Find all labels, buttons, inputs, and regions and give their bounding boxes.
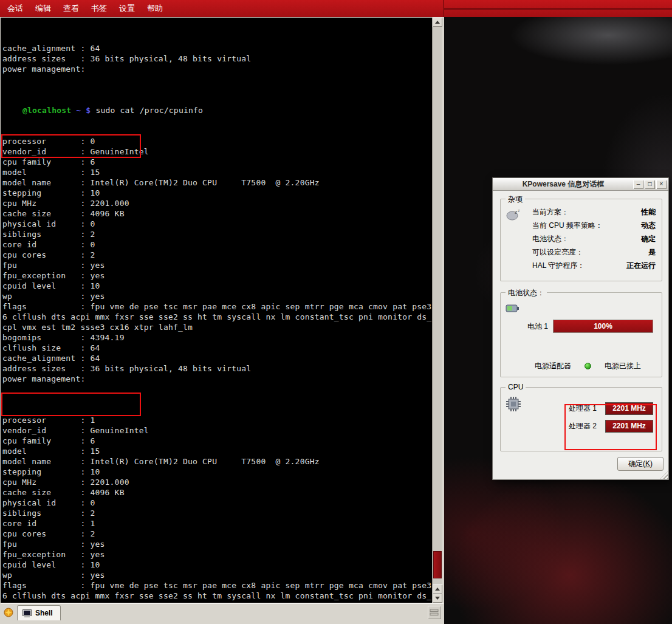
terminal-line xyxy=(2,384,431,394)
terminal-line: vendor_id : GenuineIntel xyxy=(2,425,431,436)
command-text: sudo cat /proc/cpuinfo xyxy=(95,106,203,115)
terminal-prompt-line: @localhost ~ $ sudo cat /proc/cpuinfo xyxy=(2,105,431,115)
terminal-line: siblings : 2 xyxy=(2,508,431,518)
terminal-output: cache_alignment : 64address sizes : 36 b… xyxy=(2,22,431,603)
terminal-line: fpu_exception : yes xyxy=(2,549,431,560)
info-row-battery-state: 电池状态： 确定 xyxy=(532,232,656,245)
session-tab-shell[interactable]: Shell xyxy=(17,605,61,620)
info-label: 当前 CPU 频率策略： xyxy=(532,221,603,231)
terminal-line: processor : 0 xyxy=(2,136,431,146)
menu-edit[interactable]: 编辑 xyxy=(29,0,57,17)
scrollbar-up-button-bottom[interactable] xyxy=(433,585,442,594)
menu-view[interactable]: 查看 xyxy=(57,0,85,17)
session-list-button[interactable] xyxy=(428,606,441,619)
ac-adapter-status: 电源已接上 xyxy=(605,361,641,371)
info-label: 电池状态： xyxy=(532,234,569,244)
dialog-title: KPowersave 信息对话框 xyxy=(495,179,632,190)
prompt-path-sigil: ~ $ xyxy=(71,106,95,115)
terminal-line: physical id : 0 xyxy=(2,498,431,508)
terminal-window: cache_alignment : 64address sizes : 36 b… xyxy=(0,17,444,624)
terminal-line xyxy=(2,74,431,84)
scrollbar-up-button[interactable] xyxy=(433,18,442,27)
terminal-line: fpu_exception : yes xyxy=(2,270,431,281)
scrollbar-down-button[interactable] xyxy=(433,594,442,603)
terminal-line: cpu MHz : 2201.000 xyxy=(2,198,431,208)
cpu1-label: 处理器 1 xyxy=(569,403,605,414)
cpu2-label: 处理器 2 xyxy=(569,421,605,431)
new-session-button[interactable] xyxy=(2,606,15,619)
suspend-icon: z z xyxy=(506,208,521,223)
terminal-line: model : 15 xyxy=(2,446,431,456)
ok-button[interactable]: 确定(K) xyxy=(617,457,663,471)
terminal-line: cpuid level : 10 xyxy=(2,560,431,570)
terminal-line: 6 clflush dts acpi mmx fxsr sse sse2 ss … xyxy=(2,591,431,601)
cpu-rows: 处理器 1 2201 MHz 处理器 2 2201 MHz xyxy=(569,401,653,436)
terminal-line: cpuid level : 10 xyxy=(2,281,431,291)
svg-text:z: z xyxy=(518,208,520,213)
terminal-line: wp : yes xyxy=(2,291,431,301)
terminal-line: flags : fpu vme de pse tsc msr pae mce c… xyxy=(2,580,431,591)
group-battery-legend: 电池状态： xyxy=(506,288,547,298)
info-row-cpu-policy: 当前 CPU 频率策略： 动态 xyxy=(532,219,656,232)
terminal-line: cache_alignment : 64 xyxy=(2,43,431,53)
menu-bookmarks[interactable]: 书签 xyxy=(85,0,113,17)
menu-help[interactable]: 帮助 xyxy=(141,0,169,17)
kpowersave-dialog: KPowersave 信息对话框 – □ × 杂项 z z 当前方案： 性能 当… xyxy=(492,177,669,480)
terminal-line: siblings : 2 xyxy=(2,229,431,239)
close-button[interactable]: × xyxy=(656,180,667,189)
info-label: 可以设定亮度： xyxy=(532,247,583,258)
terminal-line: cpu MHz : 2201.000 xyxy=(2,477,431,487)
cpu2-frequency: 2201 MHz xyxy=(612,422,646,430)
info-row-scheme: 当前方案： 性能 xyxy=(532,205,656,219)
maximize-button[interactable]: □ xyxy=(645,180,655,189)
group-cpu: CPU 处理器 1 2201 MHz 处理器 2 2201 MHz xyxy=(500,387,662,451)
battery-icon xyxy=(506,301,521,317)
terminal-line: stepping : 10 xyxy=(2,467,431,477)
terminal-line: physical id : 0 xyxy=(2,219,431,229)
scrollbar-thumb[interactable] xyxy=(433,551,442,578)
cpu1-frequency: 2201 MHz xyxy=(612,404,646,413)
info-row-hal-daemon: HAL 守护程序： 正在运行 xyxy=(532,259,656,272)
terminal-line: cpu cores : 2 xyxy=(2,250,431,260)
battery-progress-fill: 100% xyxy=(554,320,653,332)
terminal-line: cpu cores : 2 xyxy=(2,529,431,539)
terminal-line: address sizes : 36 bits physical, 48 bit… xyxy=(2,53,431,64)
terminal-line: cache size : 4096 KB xyxy=(2,208,431,219)
resize-grip[interactable] xyxy=(660,471,668,479)
menu-session[interactable]: 会话 xyxy=(1,0,29,17)
terminal-line: fpu : yes xyxy=(2,539,431,549)
terminal-line: 6 clflush dts acpi mmx fxsr sse sse2 ss … xyxy=(2,312,431,322)
cpu1-frequency-bar: 2201 MHz xyxy=(605,402,653,415)
cpu2-frequency-bar: 2201 MHz xyxy=(605,420,653,433)
window-list-icon xyxy=(430,608,439,617)
ok-label-end: ) xyxy=(650,459,653,468)
dialog-titlebar[interactable]: KPowersave 信息对话框 – □ × xyxy=(493,178,668,191)
ok-accelerator: K xyxy=(645,459,650,468)
arrow-down-icon xyxy=(435,597,440,600)
arrow-up-icon xyxy=(435,588,440,591)
terminal-line: power management: xyxy=(2,64,431,74)
new-session-icon xyxy=(3,607,14,618)
terminal-line: core id : 0 xyxy=(2,239,431,250)
menu-settings[interactable]: 设置 xyxy=(113,0,141,17)
terminal-line: fpu : yes xyxy=(2,260,431,270)
group-battery: 电池状态： 电池 1 100% 电源适配器 电源已接上 xyxy=(500,292,662,377)
terminal-line: core id : 1 xyxy=(2,518,431,529)
terminal-line: address sizes : 36 bits physical, 48 bit… xyxy=(2,363,431,374)
group-cpu-legend: CPU xyxy=(506,383,526,391)
minimize-button[interactable]: – xyxy=(633,180,643,189)
terminal-line: model name : Intel(R) Core(TM)2 Duo CPU … xyxy=(2,456,431,467)
terminal-line: model : 15 xyxy=(2,167,431,177)
ok-label: 确定( xyxy=(628,459,645,468)
battery-label: 电池 1 xyxy=(527,321,548,332)
battery-row: 电池 1 100% xyxy=(527,320,653,333)
info-value: 是 xyxy=(648,247,656,258)
terminal-line: stepping : 10 xyxy=(2,188,431,198)
terminal-line: cpl vmx est tm2 ssse3 cx16 xtpr lahf_lm xyxy=(2,322,431,332)
cpu-chip-icon xyxy=(506,396,521,414)
cpu-row-1: 处理器 1 2201 MHz xyxy=(569,401,653,416)
info-value: 性能 xyxy=(641,207,656,218)
terminal-screen[interactable]: cache_alignment : 64address sizes : 36 b… xyxy=(1,18,432,603)
terminal-scrollbar[interactable] xyxy=(432,18,442,603)
menubar: 会话 编辑 查看 书签 设置 帮助 xyxy=(0,0,672,17)
